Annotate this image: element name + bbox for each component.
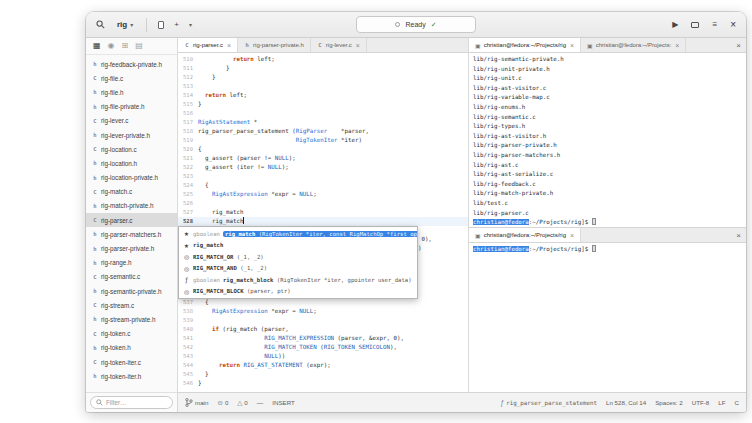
file-tree-item[interactable]: Crig-location.c xyxy=(86,142,177,156)
file-tree-item[interactable]: hrig-location.h xyxy=(86,156,177,170)
cursor-position[interactable]: Ln 528, Col 14 xyxy=(606,399,646,406)
code-line[interactable]: 526 xyxy=(178,199,468,208)
code-line[interactable]: 520{ xyxy=(178,145,468,154)
line-number: 516 xyxy=(178,109,198,118)
completion-item[interactable]: ◎RIG_MATCH_OR (_1, _2) xyxy=(179,251,417,263)
window-close-button[interactable]: × xyxy=(727,20,739,30)
file-tree-item[interactable]: Crig-lever.c xyxy=(86,114,177,128)
project-tree-icon[interactable]: ▦ xyxy=(93,42,101,50)
file-tree-item[interactable]: hrig-file.h xyxy=(86,85,177,99)
symbols-icon[interactable]: ◉ xyxy=(108,42,115,50)
file-tree-item[interactable]: hrig-token.h xyxy=(86,341,177,355)
code-line[interactable]: 514 return left; xyxy=(178,91,468,100)
terminal-bottom[interactable]: christian@fedora:~/Projects/rig]$ xyxy=(469,243,746,392)
language-setting[interactable]: C xyxy=(735,399,739,406)
code-line[interactable]: 541 RIG_MATCH_EXPRESSION (parser, &expr,… xyxy=(178,334,468,343)
code-line[interactable]: 525 RigAstExpression *expr = NULL; xyxy=(178,190,468,199)
file-tree-item[interactable]: hrig-location-private.h xyxy=(86,171,177,185)
code-line[interactable]: 539 xyxy=(178,316,468,325)
file-tree-item[interactable]: hrig-feedback-private.h xyxy=(86,57,177,71)
file-tree-item[interactable]: hrig-lever-private.h xyxy=(86,128,177,142)
code-line[interactable]: 515} xyxy=(178,100,468,109)
global-search-button[interactable] xyxy=(93,18,108,31)
file-tree-item[interactable]: hrig-parser-private.h xyxy=(86,241,177,255)
file-tree-item[interactable]: hrig-match-private.h xyxy=(86,199,177,213)
code-line[interactable]: 517RigAstStatement * xyxy=(178,118,468,127)
tab-close-icon[interactable]: × xyxy=(570,42,574,49)
file-tree-item[interactable]: Crig-match.c xyxy=(86,185,177,199)
file-tree-item[interactable]: Crig-token-iter.c xyxy=(86,355,177,369)
completion-item[interactable]: ƒgboolean rig_match_block (RigTokenIter … xyxy=(179,274,417,286)
project-menu-button[interactable]: rig ▾ xyxy=(112,18,138,31)
new-document-button[interactable] xyxy=(155,19,167,31)
code-line[interactable]: 513 xyxy=(178,82,468,91)
tab-close-icon[interactable]: × xyxy=(227,42,231,49)
code-line[interactable]: 545 } xyxy=(178,370,468,379)
code-line[interactable]: 518rig_parser_parse_statement (RigParser… xyxy=(178,127,468,136)
terminal-tab-bottom[interactable]: ▣ christian@fedora:~/Projects/rig × xyxy=(469,228,581,242)
code-line[interactable]: 516 xyxy=(178,109,468,118)
documentation-icon[interactable]: ▤ xyxy=(135,42,143,50)
omnibar[interactable]: Ready ✓ xyxy=(356,16,476,33)
terminal-tab[interactable]: ▣christian@fedora:~/Projects:× xyxy=(581,38,686,52)
editor-tab-rig-parser-private.h[interactable]: hrig-parser-private.h xyxy=(238,38,311,52)
editor-tab-rig-parser.c[interactable]: Crig-parser.c× xyxy=(178,38,238,52)
file-tree-item[interactable]: hrig-range.h xyxy=(86,256,177,270)
file-tree-item[interactable]: hrig-file-private.h xyxy=(86,100,177,114)
code-line[interactable]: 512 } xyxy=(178,73,468,82)
code-line[interactable]: 524 { xyxy=(178,181,468,190)
file-tree-item[interactable]: Crig-semantic.c xyxy=(86,270,177,284)
code-line[interactable]: 523 xyxy=(178,172,468,181)
completion-item[interactable]: ★gboolean rig_match (RigTokenIter *iter,… xyxy=(179,228,417,240)
code-line[interactable]: 543 NULL)) xyxy=(178,352,468,361)
code-line[interactable]: 511 } xyxy=(178,64,468,73)
completion-item[interactable]: ◎RIG_MATCH_AND (_1, _2) xyxy=(179,263,417,275)
encoding-setting[interactable]: UTF-8 xyxy=(692,399,710,406)
panel-close-button[interactable]: × xyxy=(731,228,746,242)
code-line[interactable]: 540 if (rig_match (parser, xyxy=(178,325,468,334)
code-line[interactable]: 510 return left; xyxy=(178,55,468,64)
terminal-tab[interactable]: ▣christian@fedora:~/Projects/rig× xyxy=(469,38,581,52)
notifications-indicator[interactable]: — xyxy=(257,399,264,406)
tab-close-icon[interactable]: × xyxy=(356,42,360,49)
code-line[interactable]: 546} xyxy=(178,379,468,388)
terminal-top[interactable]: lib/rig-semantic-private.h lib/rig-unit-… xyxy=(469,53,746,227)
completion-item[interactable]: ★rig_match xyxy=(179,240,417,252)
tab-close-icon[interactable]: × xyxy=(570,232,574,239)
warning-count[interactable]: △ 0 xyxy=(237,399,247,407)
code-line[interactable]: 544 return RIG_AST_STATEMENT (expr); xyxy=(178,361,468,370)
code-line[interactable]: 542 RIG_MATCH_TOKEN (RIG_TOKEN_SEMICOLON… xyxy=(178,343,468,352)
file-tree-item[interactable]: Crig-stream.c xyxy=(86,298,177,312)
branch-indicator[interactable]: main xyxy=(185,398,208,407)
code-line[interactable]: 519 RigTokenIter *iter) xyxy=(178,136,468,145)
tests-icon[interactable]: ⊞ xyxy=(122,42,129,50)
file-tree-item[interactable]: hrig-token-iter.h xyxy=(86,369,177,383)
tab-close-icon[interactable]: × xyxy=(675,42,679,49)
current-symbol[interactable]: ƒ rig_parser_parse_statement xyxy=(501,399,597,406)
file-tree-item[interactable]: hrig-stream-private.h xyxy=(86,312,177,326)
open-dropdown-button[interactable]: ▾ xyxy=(186,20,195,30)
code-line[interactable]: 538 RigAstExpression *expr = NULL; xyxy=(178,307,468,316)
indentation-setting[interactable]: Spaces: 2 xyxy=(655,399,683,406)
editor-tab-rig-lever.c[interactable]: Crig-lever.c× xyxy=(311,38,367,52)
code-line[interactable]: 527 rig_match xyxy=(178,208,468,217)
error-count[interactable]: ⊙ 0 xyxy=(217,399,228,407)
code-line[interactable]: 521 g_assert (parser != NULL); xyxy=(178,154,468,163)
menu-button[interactable]: ≡ xyxy=(709,19,720,31)
line-ending-setting[interactable]: LF xyxy=(718,399,725,406)
file-tree-item[interactable]: hrig-semantic-private.h xyxy=(86,284,177,298)
filter-input[interactable]: Filter… xyxy=(90,396,173,409)
code-line[interactable]: 528 rig_match xyxy=(178,217,468,226)
file-tree-item[interactable]: Crig-file.c xyxy=(86,71,177,85)
completion-item[interactable]: ◎RIG_MATCH_BLOCK (parser, ptr) xyxy=(179,286,417,298)
panel-close-button[interactable]: × xyxy=(731,38,746,52)
code-line[interactable]: 522 g_assert (iter != NULL); xyxy=(178,163,468,172)
file-tree-item[interactable]: Crig-token.c xyxy=(86,327,177,341)
file-tree-item[interactable]: hrig-parser-matchers.h xyxy=(86,227,177,241)
run-button[interactable]: ▶ xyxy=(669,19,681,31)
new-tab-button[interactable]: + xyxy=(171,19,182,31)
file-tree-item[interactable]: Crig-parser.c xyxy=(86,213,177,227)
code-editor[interactable]: 510 return left;511 }512 }513514 return … xyxy=(178,53,468,392)
device-button[interactable] xyxy=(688,20,702,30)
code-line[interactable]: 537 { xyxy=(178,298,468,307)
